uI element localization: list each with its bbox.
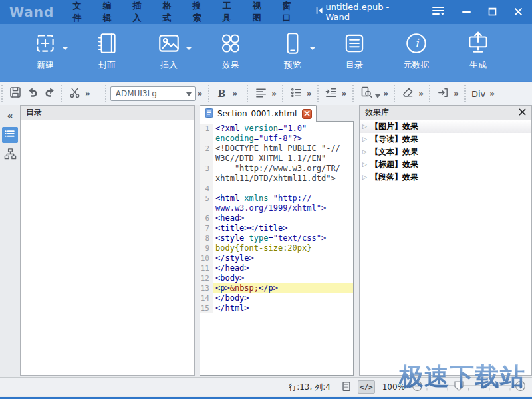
overflow-chevron[interactable]: » [342,89,347,98]
zoom-out-button[interactable] [412,380,423,394]
splitter-right[interactable] [354,105,359,377]
overflow-chevron[interactable]: » [85,89,90,98]
expander-icon[interactable]: ▷ [362,174,367,180]
zoom-in-button[interactable] [515,380,526,394]
line-number: 3 [200,164,213,174]
bullet-list-button[interactable] [287,86,305,102]
toolbar-group-file [1,85,59,102]
toolbar-button-new-document[interactable]: 新建 [16,30,74,71]
line-number [200,134,213,144]
toc-panel-body[interactable] [20,120,195,376]
toolbar-button-cover[interactable]: 封面 [78,30,136,71]
caret-down-icon[interactable] [375,88,380,101]
div-button[interactable]: Div [469,86,487,102]
toolbar-button-metadata[interactable]: i元数据 [387,30,446,71]
align-left-button[interactable] [252,86,269,102]
bold-button[interactable]: B [213,86,231,102]
structure-view-button[interactable] [2,147,18,163]
dropdown-caret-icon[interactable] [186,47,192,53]
menu-item-insert[interactable]: 插入 [126,0,156,24]
menu-item-edit[interactable]: 编辑 [96,0,126,24]
effects-panel-close-button[interactable] [519,108,526,118]
overflow-chevron[interactable]: » [198,89,203,98]
editor-tab[interactable]: Section_0001.xhtml [200,105,317,122]
eraser-button[interactable] [399,86,416,102]
line-content: </body> [213,293,353,303]
line-number [200,154,213,164]
line-content: www.w3.org/1999/xhtml"> [213,203,353,213]
tab-close-button[interactable] [302,109,312,119]
line-number: 11 [200,263,213,273]
expander-icon[interactable]: ▷ [362,149,367,155]
toolbar-button-toc[interactable]: 目录 [325,30,384,71]
menu-item-search[interactable]: 搜索 [186,0,215,24]
caret-down-icon [186,89,192,98]
menu-item-format[interactable]: 格式 [156,0,186,24]
menu-item-window[interactable]: 窗口 [275,0,305,24]
find-replace-button[interactable] [358,86,375,102]
toolbar-button-label: 预览 [284,59,301,71]
editor-tab-bar: Section_0001.xhtml [200,105,354,122]
toolbar-group-insert-tag: » [429,85,462,102]
menu-item-file[interactable]: 文件 [66,0,96,24]
expander-icon[interactable]: ▷ [362,162,367,168]
minimize-icon [462,6,471,19]
close-button[interactable] [514,6,523,19]
dropdown-caret-icon[interactable] [63,47,68,53]
maximize-icon [488,6,497,19]
title-bar: Wand 文件编辑插入格式搜索工具视图窗口 untitled.epub - Wa… [0,0,532,24]
toolbar-button-preview-phone[interactable]: 预览 [263,30,322,71]
toolbar-button-effects[interactable]: 效果 [201,30,260,71]
effects-group-2[interactable]: ▷【文本】效果 [360,146,531,158]
cut-button[interactable] [66,86,83,102]
collapse-toolbar-button[interactable] [315,5,325,19]
book-view-button[interactable] [338,380,354,394]
toolbar-button-insert-image[interactable]: 插入 [140,30,198,71]
maximize-button[interactable] [488,6,497,19]
toc-panel-title: 目录 [26,107,42,118]
overflow-chevron[interactable]: » [418,89,424,98]
effects-group-4[interactable]: ▷【段落】效果 [360,171,531,184]
code-line: 4 [200,184,353,194]
overflow-chevron[interactable]: » [454,89,459,98]
toolbar-group-indent: » [317,85,350,102]
main-area: « 目录 Section_0001.xhtml 1<?xml version="… [0,105,532,377]
toolbar-group-font: ADMUI3Lg » [105,85,206,102]
menu-item-tools[interactable]: 工具 [215,0,245,24]
insert-tag-button[interactable] [434,86,452,102]
undo-button[interactable] [24,86,41,102]
overflow-chevron[interactable]: » [233,89,238,98]
zoom-slider[interactable] [426,380,512,394]
overflow-chevron[interactable]: » [307,89,312,98]
effects-group-3[interactable]: ▷【标题】效果 [360,158,531,171]
save-button[interactable] [7,86,24,102]
code-editor[interactable]: 1<?xml version="1.0"encoding="utf-8"?>2<… [200,121,354,376]
line-number: 10 [200,253,213,263]
code-line: encoding="utf-8"?> [200,134,353,144]
line-content: body{font-size:20px} [213,243,353,253]
expander-icon[interactable]: ▷ [362,136,367,142]
menu-item-view[interactable]: 视图 [245,0,275,24]
splitter-left[interactable] [195,105,200,377]
collapse-panel-button[interactable]: « [7,108,13,123]
indent-button[interactable] [323,86,340,102]
effects-group-0[interactable]: ▷【图片】效果 [360,120,531,133]
hamburger-menu-button[interactable] [432,5,445,19]
code-view-button[interactable]: </> [358,380,375,394]
redo-button[interactable] [41,86,59,102]
toolbar-group-div: Div » [464,85,498,102]
minimize-button[interactable] [462,6,471,19]
tree-view-icon [4,148,17,163]
overflow-chevron[interactable]: » [489,89,495,98]
expander-icon[interactable]: ▷ [362,124,367,130]
font-family-select[interactable]: ADMUI3Lg [110,86,196,101]
toc-view-button[interactable] [2,127,18,143]
effects-group-1[interactable]: ▷【导读】效果 [360,133,531,146]
dropdown-caret-icon[interactable] [310,47,315,53]
effects-panel-body: ▷【图片】效果▷【导读】效果▷【文本】效果▷【标题】效果▷【段落】效果 [359,120,532,376]
effects-panel-title: 效果库 [365,107,389,118]
overflow-chevron[interactable]: » [384,89,389,98]
svg-text:i: i [415,36,420,50]
overflow-chevron[interactable]: » [271,89,277,98]
toolbar-button-generate[interactable]: 生成 [449,30,507,71]
